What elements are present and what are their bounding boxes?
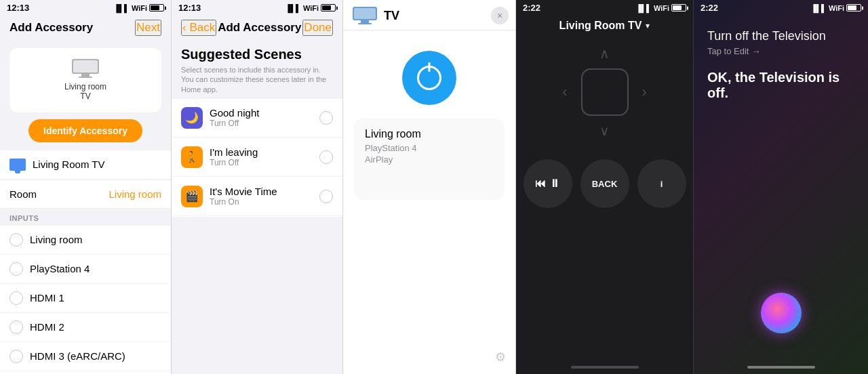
up-arrow-icon[interactable]: ∧ xyxy=(599,45,610,62)
scene-radio-movie[interactable] xyxy=(319,190,333,203)
nav-center-button[interactable] xyxy=(581,68,629,116)
scene-radio-good-night[interactable] xyxy=(319,111,333,125)
status-icons-2: ▐▌▌ WiFi xyxy=(285,4,336,12)
scene-action-leaving: Turn Off xyxy=(210,158,313,167)
panel3-bottom: ⚙ xyxy=(495,350,506,365)
inputs-list: Living room PlayStation 4 HDMI 1 HDMI 2 … xyxy=(0,226,171,374)
signal-icon-2: ▐▌▌ xyxy=(285,4,300,12)
left-arrow-icon[interactable]: ‹ xyxy=(562,83,567,101)
wifi-icon-1: WiFi xyxy=(132,4,147,12)
back-remote-button[interactable]: BACK xyxy=(580,159,629,208)
scene-leaving[interactable]: 🚶 I'm leaving Turn Off xyxy=(172,138,342,177)
movie-icon: 🎬 xyxy=(181,186,203,207)
radio-living-room[interactable] xyxy=(9,233,23,247)
signal-icon-5: ▐▌▌ xyxy=(810,4,826,12)
scene-text-movie: It's Movie Time Turn On xyxy=(210,186,313,207)
input-item-hdmi3[interactable]: HDMI 3 (eARC/ARC) xyxy=(0,342,171,371)
siri-animation xyxy=(761,293,802,333)
input-airplay: AirPlay xyxy=(365,154,494,165)
input-item-hdmi2[interactable]: HDMI 2 xyxy=(0,313,171,342)
panel3-header: TV × xyxy=(343,0,515,30)
nav-title-2: Add Accessory xyxy=(218,21,301,35)
scene-text-good-night: Good night Turn Off xyxy=(210,107,313,128)
radio-hdmi1[interactable] xyxy=(9,291,23,305)
status-icons-1: ▐▌▌ WiFi xyxy=(113,4,164,12)
next-button[interactable]: Next xyxy=(135,20,161,36)
home-indicator-4 xyxy=(516,360,693,374)
chevron-down-icon[interactable]: ▾ xyxy=(646,21,650,30)
panel4-nav: Living Room TV ▾ xyxy=(516,16,693,39)
identify-accessory-button[interactable]: Identify Accessory xyxy=(28,119,142,142)
power-area xyxy=(343,30,515,119)
panel-add-accessory-scenes: 12:13 ▐▌▌ WiFi ‹ Back Add Accessory Done… xyxy=(172,0,343,374)
right-arrow-icon[interactable]: › xyxy=(642,83,647,101)
scene-action-good-night: Turn Off xyxy=(210,119,313,128)
signal-icon-1: ▐▌▌ xyxy=(113,4,129,12)
status-time-1: 12:13 xyxy=(7,3,29,13)
scene-movie-time[interactable]: 🎬 It's Movie Time Turn On xyxy=(172,178,342,216)
panel3-tv-name: TV xyxy=(384,9,399,23)
scene-good-night[interactable]: 🌙 Good night Turn Off xyxy=(172,99,342,138)
accessory-label-1: Living room TV xyxy=(64,82,106,102)
tv-icon-small xyxy=(9,159,26,171)
battery-icon-1 xyxy=(149,4,164,12)
remote-area: ∧ ‹ › ∨ ⏮ ⏸ BACK i xyxy=(516,39,693,360)
arrow-right-icon: → xyxy=(751,46,760,56)
scene-radio-leaving[interactable] xyxy=(319,150,333,164)
siri-tap-to-edit[interactable]: Tap to Edit → xyxy=(707,46,854,56)
nav-middle: ‹ › xyxy=(562,68,647,116)
down-arrow-icon[interactable]: ∨ xyxy=(599,123,610,139)
room-row[interactable]: Room Living room xyxy=(0,180,171,209)
panel-tv-remote: 2:22 ▐▌▌ WiFi Living Room TV ▾ ∧ ‹ › ∨ ⏮… xyxy=(516,0,694,374)
tv-icon-large xyxy=(72,59,99,78)
status-bar-1: 12:13 ▐▌▌ WiFi xyxy=(0,0,171,16)
home-indicator-5 xyxy=(694,366,868,369)
play-pause-button[interactable]: ⏮ ⏸ xyxy=(524,159,572,208)
power-line xyxy=(429,62,431,72)
input-room: Living room xyxy=(365,128,494,140)
settings-icon[interactable]: ⚙ xyxy=(495,350,506,364)
input-item-hdmi1[interactable]: HDMI 1 xyxy=(0,284,171,313)
battery-icon-2 xyxy=(321,4,336,12)
accessory-list-name: Living Room TV xyxy=(33,159,104,170)
radio-ps4[interactable] xyxy=(9,262,23,276)
panel1-content: Living room TV Identify Accessory Living… xyxy=(0,41,171,374)
done-button[interactable]: Done xyxy=(302,20,333,36)
battery-icon-4 xyxy=(671,4,686,12)
panel-siri: 2:22 ▐▌▌ WiFi Turn off the Television Ta… xyxy=(694,0,868,374)
power-button[interactable] xyxy=(402,51,456,105)
scene-name-leaving: I'm leaving xyxy=(210,146,313,158)
radio-hdmi2[interactable] xyxy=(9,320,23,334)
input-item-ps4[interactable]: PlayStation 4 xyxy=(0,255,171,284)
status-bar-4: 2:22 ▐▌▌ WiFi xyxy=(516,0,693,16)
status-bar-5: 2:22 ▐▌▌ WiFi xyxy=(694,0,868,16)
radio-hdmi3[interactable] xyxy=(9,350,23,363)
panel-add-accessory-setup: 12:13 ▐▌▌ WiFi Add Accessory Next Living… xyxy=(0,0,172,374)
wifi-icon-2: WiFi xyxy=(303,4,319,12)
status-icons-4: ▐▌▌ WiFi xyxy=(635,4,686,12)
scene-name-movie: It's Movie Time xyxy=(210,186,313,197)
close-button[interactable]: × xyxy=(491,7,509,24)
room-label: Room xyxy=(9,188,37,200)
svg-rect-3 xyxy=(79,77,92,78)
panel-tv-control: TV × Living room PlayStation 4 AirPlay ⚙ xyxy=(343,0,516,374)
info-button[interactable]: i xyxy=(637,159,686,208)
input-ps4: PlayStation 4 xyxy=(365,143,494,153)
svg-rect-5 xyxy=(354,8,376,19)
scenes-list: 🌙 Good night Turn Off 🚶 I'm leaving Turn… xyxy=(172,99,342,217)
input-selector[interactable]: Living room PlayStation 4 AirPlay xyxy=(354,119,505,200)
status-icons-5: ▐▌▌ WiFi xyxy=(810,4,861,12)
signal-icon-4: ▐▌▌ xyxy=(635,4,651,12)
status-time-2: 12:13 xyxy=(178,3,201,13)
input-item-living-room[interactable]: Living room xyxy=(0,226,171,255)
scenes-title: Suggested Scenes xyxy=(181,47,333,62)
inputs-section-label: INPUTS xyxy=(0,209,171,225)
panel4-title: Living Room TV xyxy=(559,20,642,32)
wifi-icon-5: WiFi xyxy=(829,4,844,12)
input-item-hdmi4[interactable]: HDMI 4 xyxy=(0,371,171,374)
back-button[interactable]: ‹ Back xyxy=(181,20,216,36)
status-time-4: 2:22 xyxy=(523,3,540,13)
scene-action-movie: Turn On xyxy=(210,197,313,207)
accessory-row: Living Room TV xyxy=(0,150,171,180)
battery-icon-5 xyxy=(846,4,861,12)
